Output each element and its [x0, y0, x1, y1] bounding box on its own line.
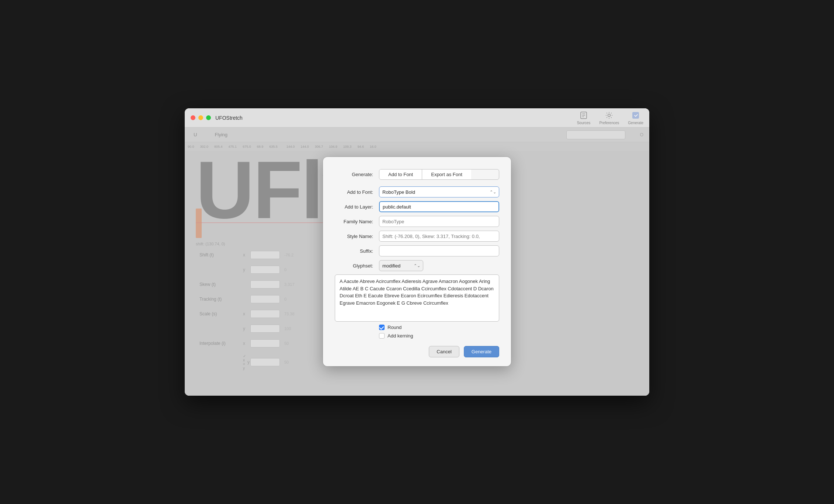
- generate-dialog: Generate: Add to Font Export as Font Add…: [323, 157, 511, 366]
- generate-button-group: Add to Font Export as Font: [379, 169, 499, 180]
- style-name-wrapper: [379, 231, 499, 242]
- glyphset-label: Glyphset:: [335, 263, 379, 269]
- style-name-input[interactable]: [379, 231, 499, 242]
- sources-label: Sources: [577, 121, 591, 125]
- family-name-wrapper: [379, 216, 499, 227]
- suffix-label: Suffix:: [335, 248, 379, 254]
- add-to-font-row: Add to Font: RoboType Bold ⌃⌄: [323, 185, 511, 199]
- family-name-input[interactable]: [379, 216, 499, 227]
- family-name-label: Family Name:: [335, 219, 379, 224]
- sources-toolbar-item[interactable]: Sources: [577, 111, 591, 125]
- svg-point-4: [608, 114, 611, 116]
- round-row: Round: [323, 323, 511, 332]
- close-button[interactable]: [191, 115, 195, 120]
- main-content: U Flying O 90.0302.0805.4475.1675.068.96…: [185, 127, 649, 396]
- export-as-font-button[interactable]: Export as Font: [422, 169, 471, 179]
- suffix-row: Suffix:: [323, 244, 511, 258]
- style-name-label: Style Name:: [335, 234, 379, 239]
- glyphset-row: Glyphset: modified ⌃⌄: [323, 258, 511, 273]
- preferences-toolbar-item[interactable]: Preferences: [599, 111, 619, 125]
- generate-buttons: Add to Font Export as Font: [379, 169, 499, 180]
- app-title: UFOStretch: [215, 115, 243, 121]
- suffix-input[interactable]: [379, 245, 499, 256]
- generate-label: Generate:: [335, 172, 379, 177]
- add-to-font-label: Add to Font:: [335, 189, 379, 195]
- style-name-row: Style Name:: [323, 229, 511, 244]
- preferences-label: Preferences: [599, 121, 619, 125]
- add-to-layer-row: Add to Layer:: [323, 199, 511, 214]
- generate-row: Generate: Add to Font Export as Font: [323, 167, 511, 182]
- glyphset-wrapper: modified ⌃⌄: [379, 260, 499, 271]
- svg-rect-5: [632, 112, 639, 119]
- glyphset-select[interactable]: modified: [379, 260, 423, 271]
- cancel-button[interactable]: Cancel: [429, 346, 459, 357]
- maximize-button[interactable]: [206, 115, 211, 120]
- family-name-row: Family Name:: [323, 214, 511, 229]
- glyphs-list: A Aacute Abreve Acircumflex Adieresis Ag…: [335, 274, 499, 322]
- minimize-button[interactable]: [198, 115, 203, 120]
- round-checkbox[interactable]: [379, 325, 385, 330]
- preferences-icon: [605, 111, 614, 120]
- generate-button[interactable]: Generate: [464, 346, 499, 357]
- suffix-wrapper: [379, 245, 499, 256]
- generate-toolbar-item[interactable]: Generate: [628, 111, 643, 125]
- add-to-layer-label: Add to Layer:: [335, 204, 379, 210]
- layer-input-wrapper: [379, 201, 499, 212]
- toolbar: Sources Preferences Gene: [577, 108, 643, 127]
- add-to-font-button[interactable]: Add to Font: [379, 169, 422, 179]
- traffic-lights: [191, 115, 211, 120]
- glyphset-select-wrapper: modified ⌃⌄: [379, 260, 423, 271]
- add-kerning-row: Add kerning: [323, 332, 511, 340]
- generate-icon: [631, 111, 640, 120]
- dialog-footer: Cancel Generate: [323, 340, 511, 357]
- layer-input[interactable]: [379, 201, 499, 212]
- font-select-wrapper: RoboType Bold ⌃⌄: [379, 186, 499, 197]
- add-kerning-checkbox[interactable]: [379, 333, 385, 339]
- application-window: UFOStretch Sources: [185, 108, 649, 396]
- add-kerning-label: Add kerning: [388, 333, 413, 339]
- sources-icon: [579, 111, 588, 120]
- round-label: Round: [388, 325, 402, 330]
- font-select[interactable]: RoboType Bold: [379, 186, 499, 197]
- generate-label: Generate: [628, 121, 643, 125]
- glyphs-text: A Aacute Abreve Acircumflex Adieresis Ag…: [340, 279, 494, 306]
- titlebar: UFOStretch Sources: [185, 108, 649, 127]
